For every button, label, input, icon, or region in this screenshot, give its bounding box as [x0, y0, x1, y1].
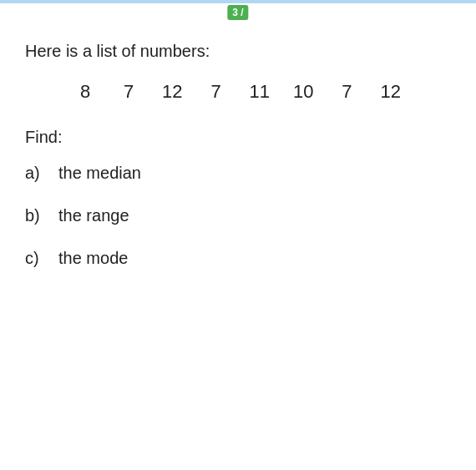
question-a-text: the median	[58, 164, 141, 183]
question-b: b) the range	[25, 206, 451, 225]
question-a: a) the median	[25, 164, 451, 183]
question-b-text: the range	[58, 206, 129, 225]
question-c-text: the mode	[58, 249, 128, 268]
find-label: Find:	[25, 128, 451, 147]
question-a-letter: a)	[25, 164, 58, 183]
numbers-row: 8 7 12 7 11 10 7 12	[25, 81, 451, 103]
intro-text: Here is a list of numbers:	[25, 42, 451, 61]
question-c: c) the mode	[25, 249, 451, 268]
top-bar	[0, 0, 476, 3]
number-8: 12	[380, 81, 400, 103]
question-c-letter: c)	[25, 249, 58, 268]
number-5: 11	[250, 81, 270, 103]
number-7: 7	[337, 81, 357, 103]
number-2: 7	[119, 81, 139, 103]
number-3: 12	[162, 81, 182, 103]
main-content: Here is a list of numbers: 8 7 12 7 11 1…	[0, 25, 476, 308]
page-badge: 3 /	[227, 5, 248, 20]
number-4: 7	[206, 81, 226, 103]
question-b-letter: b)	[25, 206, 58, 225]
number-6: 10	[293, 81, 313, 103]
number-1: 8	[75, 81, 95, 103]
